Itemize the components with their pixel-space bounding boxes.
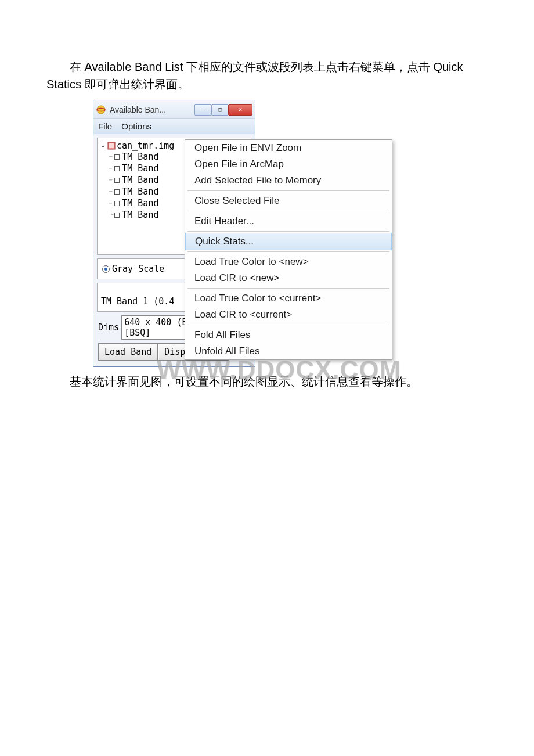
grayscale-label: Gray Scale [112, 264, 164, 274]
window-controls: — ▢ ✕ [195, 104, 252, 116]
band-box-icon [114, 178, 120, 183]
menu-open-envi-zoom[interactable]: Open File in ENVI Zoom [185, 140, 392, 156]
menu-file[interactable]: File [98, 121, 112, 131]
band-label: TM Band [122, 198, 158, 208]
menu-load-truecolor-current[interactable]: Load True Color to <current> [185, 290, 392, 307]
menu-separator [187, 190, 389, 191]
window-title: Available Ban... [110, 105, 195, 114]
app-icon [96, 105, 106, 115]
radio-selected-icon [102, 265, 110, 273]
close-button[interactable]: ✕ [228, 104, 252, 116]
band-box-icon [114, 189, 120, 195]
menu-separator [187, 288, 389, 289]
maximize-button[interactable]: ▢ [211, 104, 229, 116]
paragraph-1: 在 Available Band List 下相应的文件或波段列表上点击右键菜单… [46, 58, 488, 93]
menu-add-to-memory[interactable]: Add Selected File to Memory [185, 172, 392, 189]
menu-separator [187, 211, 389, 211]
file-icon [107, 142, 116, 150]
menu-open-arcmap[interactable]: Open File in ArcMap [185, 156, 392, 172]
band-label: TM Band [122, 175, 158, 185]
watermark-text: WWW.DDOCX.COM [157, 355, 401, 384]
menu-options[interactable]: Options [121, 121, 151, 131]
band-box-icon [114, 213, 120, 218]
screenshot-container: Available Ban... — ▢ ✕ File Options - ca… [93, 100, 403, 367]
band-label: TM Band [122, 163, 158, 174]
menu-load-truecolor-new[interactable]: Load True Color to <new> [185, 254, 392, 270]
menu-quick-stats[interactable]: Quick Stats... [185, 233, 392, 250]
menu-separator [187, 325, 389, 325]
band-box-icon [114, 166, 120, 171]
band-box-icon [114, 154, 120, 160]
menu-bar: File Options [93, 119, 255, 134]
file-name: can_tmr.img [117, 141, 174, 151]
menu-edit-header[interactable]: Edit Header... [185, 213, 392, 229]
load-band-button[interactable]: Load Band [98, 343, 158, 361]
dims-label: Dims [98, 322, 119, 333]
menu-separator [187, 231, 389, 232]
menu-load-cir-new[interactable]: Load CIR to <new> [185, 270, 392, 286]
minimize-button[interactable]: — [194, 104, 212, 116]
menu-fold-all[interactable]: Fold All Files [185, 327, 392, 343]
band-label: TM Band [122, 152, 158, 162]
context-menu: Open File in ENVI Zoom Open File in ArcM… [185, 139, 392, 360]
menu-load-cir-current[interactable]: Load CIR to <current> [185, 307, 392, 323]
band-label: TM Band [122, 210, 158, 220]
svg-point-0 [97, 106, 105, 114]
band-box-icon [114, 201, 120, 206]
band-label: TM Band [122, 186, 158, 197]
menu-separator [187, 251, 389, 252]
svg-rect-3 [109, 143, 114, 148]
collapse-icon[interactable]: - [100, 143, 106, 149]
title-bar[interactable]: Available Ban... — ▢ ✕ [93, 100, 255, 119]
menu-close-file[interactable]: Close Selected File [185, 193, 392, 209]
